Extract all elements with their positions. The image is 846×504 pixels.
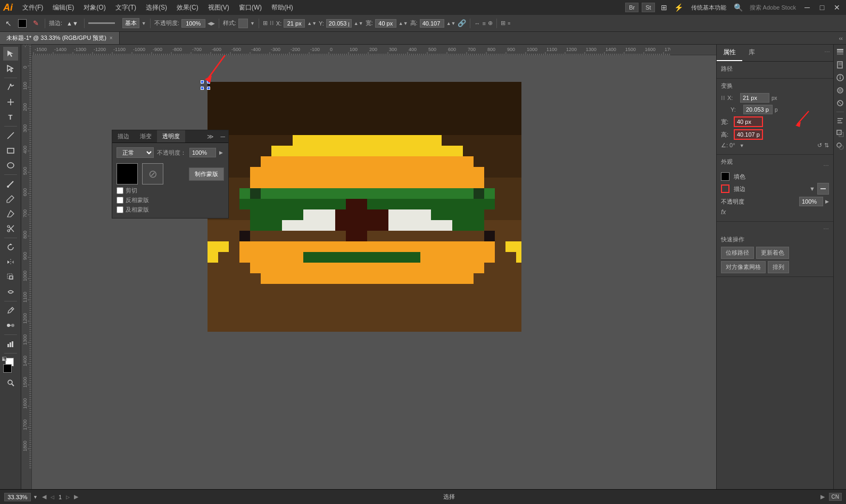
- opacity-input[interactable]: [181, 19, 205, 28]
- artwork[interactable]: [208, 82, 527, 390]
- transform-reset-icon[interactable]: ↺: [817, 142, 822, 149]
- maximize-icon[interactable]: □: [816, 2, 828, 13]
- make-mask-btn[interactable]: 制作蒙版: [189, 167, 224, 181]
- next-page-btn[interactable]: ▶: [74, 493, 78, 500]
- prev-small-btn[interactable]: ◁: [51, 494, 54, 500]
- y-input-panel[interactable]: [743, 105, 773, 114]
- fp-black-swatch[interactable]: [117, 163, 138, 184]
- column-graph-tool[interactable]: [3, 337, 18, 351]
- eraser-tool[interactable]: [3, 207, 18, 221]
- cn-badge[interactable]: CN: [829, 493, 842, 501]
- grid-icon[interactable]: ⊞: [658, 2, 670, 13]
- library-tab[interactable]: 库: [742, 45, 761, 61]
- pen-tool[interactable]: [3, 80, 18, 94]
- lightning-icon[interactable]: ⚡: [673, 2, 685, 13]
- canvas-content[interactable]: [43, 55, 716, 489]
- transform2-icon-btn[interactable]: [835, 128, 845, 139]
- next-small-btn[interactable]: ▷: [66, 494, 70, 500]
- stroke-controls[interactable]: ▲▼: [64, 19, 80, 28]
- fp-expand-icon[interactable]: ≫: [204, 131, 217, 142]
- bridge-btn[interactable]: Br: [625, 3, 638, 12]
- stroke-arrow-panel[interactable]: ▼: [809, 186, 815, 192]
- menu-select[interactable]: 选择(S): [142, 2, 171, 13]
- move-path-btn[interactable]: 位移路径: [721, 247, 754, 259]
- w-arrows[interactable]: ▲▼: [399, 21, 408, 26]
- collapse-left-btn[interactable]: ‹‹: [839, 35, 843, 41]
- opacity-panel-arrow[interactable]: ▶: [825, 199, 829, 204]
- line-tool[interactable]: [3, 129, 18, 142]
- menu-text[interactable]: 文字(T): [111, 2, 140, 13]
- stroke-type-dropdown[interactable]: 基本: [122, 18, 139, 28]
- document-tab[interactable]: 未标题-1* @ 33.33% (RGB/GPU 预览) ×: [0, 32, 120, 44]
- clip-checkbox[interactable]: [117, 187, 123, 194]
- transform-icon[interactable]: ↔: [474, 20, 480, 27]
- pencil-tool[interactable]: [3, 192, 18, 206]
- menu-help[interactable]: 帮助(H): [267, 2, 297, 13]
- search-icon[interactable]: 🔍: [733, 2, 744, 13]
- eyedropper-tool[interactable]: [3, 304, 18, 317]
- info-icon-btn[interactable]: [835, 72, 845, 83]
- gradient-tab[interactable]: 渐变: [135, 130, 157, 142]
- zoom-arrow[interactable]: ▼: [33, 494, 38, 500]
- zoom-tool[interactable]: [3, 376, 18, 390]
- menu-window[interactable]: 窗口(W): [235, 2, 266, 13]
- rotate-tool[interactable]: [3, 240, 18, 254]
- fp-no-stroke-swatch[interactable]: ⊘: [142, 163, 163, 184]
- close-icon[interactable]: ✕: [831, 2, 843, 13]
- stock-btn[interactable]: St: [642, 3, 654, 12]
- direct-selection-tool[interactable]: [3, 62, 18, 75]
- style-swatch[interactable]: [238, 19, 248, 28]
- menu-edit[interactable]: 编辑(E): [48, 2, 78, 13]
- invert-checkbox[interactable]: [117, 197, 123, 204]
- more-icon[interactable]: ≡: [508, 21, 510, 26]
- scale-tool[interactable]: [3, 270, 18, 284]
- menu-object[interactable]: 对象(O): [79, 2, 110, 13]
- workspace-label[interactable]: 传统基本功能: [688, 4, 729, 12]
- fill-swatch[interactable]: [721, 172, 729, 181]
- y-input[interactable]: [326, 19, 352, 28]
- link-icon[interactable]: 🔗: [458, 19, 466, 27]
- warp-tool[interactable]: [3, 285, 18, 299]
- scissors-tool[interactable]: [3, 222, 18, 236]
- rect-tool[interactable]: [3, 144, 18, 157]
- align-icon-btn[interactable]: [835, 115, 845, 126]
- appearance-more[interactable]: …: [823, 161, 829, 167]
- align-icon[interactable]: ≡: [482, 20, 485, 27]
- blend-tool[interactable]: [3, 318, 18, 332]
- fp-opacity-input[interactable]: [189, 148, 216, 157]
- transparency-tab[interactable]: 透明度: [157, 130, 185, 142]
- align-pixel-btn[interactable]: 对方像素网格: [721, 261, 766, 273]
- x-input[interactable]: [284, 19, 305, 28]
- menu-view[interactable]: 视图(V): [204, 2, 234, 13]
- paintbrush-tool[interactable]: [3, 177, 18, 191]
- opacity-panel-input[interactable]: [799, 197, 823, 206]
- menu-file[interactable]: 文件(F): [18, 2, 47, 13]
- stroke-type-btn[interactable]: [817, 183, 829, 195]
- transform-flip-icon[interactable]: ⇅: [824, 142, 829, 149]
- prev-page-btn[interactable]: ◀: [42, 493, 46, 500]
- h-input[interactable]: [420, 19, 444, 28]
- properties-tab[interactable]: 属性: [717, 45, 742, 61]
- angle-dropdown[interactable]: ▼: [740, 143, 744, 148]
- panel-more-icon[interactable]: …: [821, 45, 833, 61]
- more-options-btn[interactable]: …: [823, 224, 829, 230]
- refresh-color-btn[interactable]: 更新着色: [756, 247, 789, 259]
- add-anchor-tool[interactable]: [3, 95, 18, 109]
- layers-icon-btn[interactable]: [835, 47, 845, 57]
- page-icon-btn[interactable]: [835, 60, 845, 70]
- x-input-panel[interactable]: [740, 93, 769, 103]
- w-input[interactable]: [375, 19, 396, 28]
- canvas-area[interactable]: 描边 渐变 透明度 ≫ ─ 正常 不透明度： ▶: [32, 45, 716, 489]
- stroke-swatch-panel[interactable]: [721, 184, 729, 193]
- stroke-dropdown-arrow[interactable]: ▼: [142, 21, 146, 26]
- color-swatches[interactable]: [2, 357, 19, 374]
- color-icon-btn[interactable]: [835, 85, 845, 96]
- pathfinder-icon-btn[interactable]: [835, 141, 845, 152]
- zoom-input[interactable]: [4, 493, 31, 501]
- pen-tool-btn[interactable]: ✎: [31, 18, 41, 28]
- opacity-arrows[interactable]: ◀▶: [208, 21, 215, 26]
- arrange-btn[interactable]: 排列: [768, 261, 789, 273]
- h-input-panel[interactable]: [734, 129, 763, 140]
- color-swatch-toolbar[interactable]: [16, 18, 29, 29]
- tab-close-btn[interactable]: ×: [110, 35, 113, 41]
